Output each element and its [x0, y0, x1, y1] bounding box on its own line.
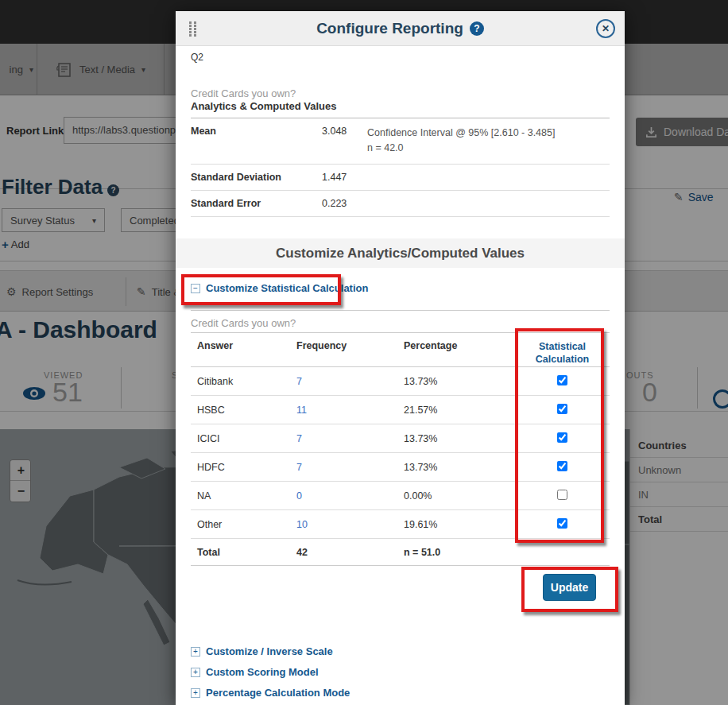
col-percentage: Percentage	[404, 340, 515, 351]
frequency-link[interactable]: 7	[296, 376, 302, 387]
update-button[interactable]: Update	[543, 574, 596, 601]
stat-calc-checkbox[interactable]	[557, 490, 567, 500]
custom-scoring-model-link[interactable]: + Custom Scoring Model	[191, 666, 319, 678]
stat-value: 0.223	[322, 198, 355, 209]
stat-value: 3.048	[322, 126, 355, 157]
answer-cell: HSBC	[197, 405, 296, 416]
link-label: Customize Statistical Calculation	[206, 282, 368, 294]
frequency-link[interactable]: 7	[296, 462, 302, 473]
question-code: Q2	[191, 52, 203, 63]
total-frequency: 42	[296, 547, 404, 558]
customize-inverse-scale-link[interactable]: + Customize / Inverse Scale	[191, 645, 333, 657]
frequency-table: Answer Frequency Percentage Statistical …	[191, 332, 610, 566]
analytics-row: Standard Error 0.223	[191, 191, 610, 217]
percentage-cell: 13.73%	[404, 433, 515, 444]
stat-notes	[355, 198, 610, 209]
answer-cell: HDFC	[197, 462, 296, 473]
table-row: Other 10 19.61%	[191, 510, 610, 539]
table-total-row: Total 42 n = 51.0	[191, 539, 610, 566]
divider	[191, 310, 610, 311]
link-label: Percentage Calculation Mode	[206, 687, 350, 699]
stat-label: Standard Deviation	[191, 172, 322, 183]
answer-cell: NA	[197, 490, 296, 502]
stat-notes	[355, 172, 610, 183]
sample-size: n = 42.0	[367, 141, 610, 156]
percentage-cell: 19.61%	[404, 519, 515, 530]
help-icon[interactable]: ?	[470, 21, 484, 36]
modal-title-row: Configure Reporting ?	[176, 11, 625, 46]
customize-section-heading: Customize Analytics/Computed Values	[176, 238, 625, 268]
frequency-link[interactable]: 0	[296, 490, 302, 502]
col-answer: Answer	[197, 340, 296, 351]
percentage-cell: 13.73%	[404, 376, 515, 387]
modal-header: Configure Reporting ? ✕	[176, 11, 625, 46]
link-label: Custom Scoring Model	[206, 666, 319, 678]
collapse-icon: −	[191, 284, 200, 293]
stat-label: Standard Error	[191, 198, 322, 209]
percentage-calculation-mode-link[interactable]: + Percentage Calculation Mode	[191, 687, 350, 699]
link-label: Customize / Inverse Scale	[206, 645, 333, 657]
table-row: NA 0 0.00%	[191, 482, 610, 510]
percentage-cell: 0.00%	[404, 490, 515, 502]
stat-calc-checkbox[interactable]	[557, 518, 567, 529]
close-icon[interactable]: ✕	[596, 19, 615, 38]
frequency-link[interactable]: 7	[296, 433, 302, 444]
configure-reporting-modal: Configure Reporting ? ✕ Q2 Credit Cards …	[176, 11, 625, 705]
frequency-link[interactable]: 10	[296, 519, 308, 530]
stat-value: 1.447	[322, 172, 355, 183]
stat-calc-checkbox[interactable]	[557, 375, 567, 385]
table-row: HSBC 11 21.57%	[191, 396, 610, 424]
stat-notes: Confidence Interval @ 95% [2.610 - 3.485…	[355, 126, 610, 157]
col-frequency: Frequency	[296, 340, 404, 351]
stat-label: Mean	[191, 126, 322, 157]
answer-cell: ICICI	[197, 433, 296, 444]
customize-statistical-calculation-link[interactable]: − Customize Statistical Calculation	[191, 282, 368, 294]
modal-title: Configure Reporting	[316, 20, 463, 37]
question-text: Credit Cards you own?	[191, 317, 296, 329]
stat-calc-checkbox[interactable]	[557, 404, 567, 414]
stat-calc-checkbox[interactable]	[557, 432, 567, 443]
expand-icon: +	[191, 668, 200, 677]
confidence-interval: Confidence Interval @ 95% [2.610 - 3.485…	[367, 126, 610, 141]
expand-icon: +	[191, 647, 200, 657]
analytics-heading: Analytics & Computed Values	[191, 100, 337, 112]
analytics-table: Mean 3.048 Confidence Interval @ 95% [2.…	[191, 118, 610, 217]
answer-cell: Other	[197, 519, 296, 530]
percentage-cell: 21.57%	[404, 405, 515, 416]
table-row: ICICI 7 13.73%	[191, 424, 610, 453]
col-statistical-calculation: Statistical Calculation	[515, 340, 610, 366]
table-row: HDFC 7 13.73%	[191, 453, 610, 482]
table-row: Citibank 7 13.73%	[191, 367, 610, 396]
frequency-link[interactable]: 11	[296, 405, 307, 416]
total-label: Total	[197, 547, 296, 558]
analytics-row: Standard Deviation 1.447	[191, 165, 610, 191]
percentage-cell: 13.73%	[404, 462, 515, 473]
answer-cell: Citibank	[197, 376, 296, 387]
question-text: Credit Cards you own?	[191, 87, 296, 99]
expand-icon: +	[191, 688, 200, 698]
stat-calc-checkbox[interactable]	[557, 461, 567, 471]
table-header-row: Answer Frequency Percentage Statistical …	[191, 332, 610, 367]
analytics-row: Mean 3.048 Confidence Interval @ 95% [2.…	[191, 118, 610, 165]
total-note: n = 51.0	[404, 547, 515, 558]
